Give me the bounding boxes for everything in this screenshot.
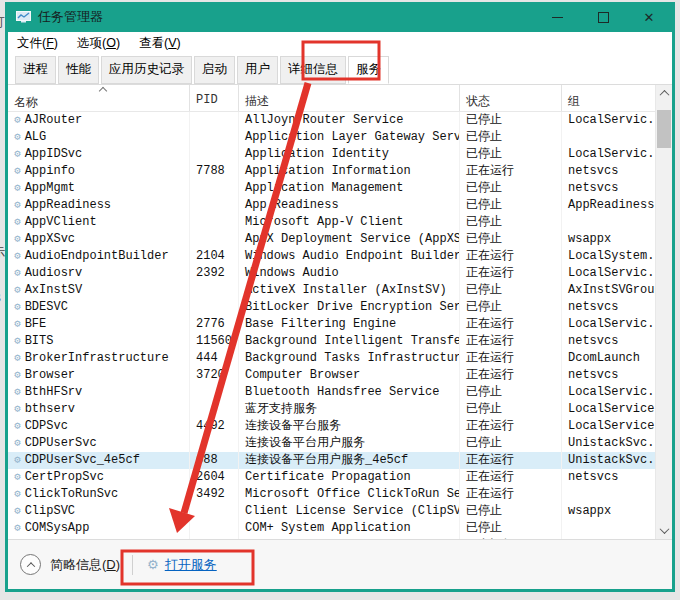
scrollbar-track[interactable]	[656, 102, 672, 522]
tab-进程[interactable]: 进程	[15, 56, 56, 84]
service-row[interactable]: ⚙AppXSvcAppX Deployment Service (AppXSVC…	[8, 231, 655, 248]
service-group: UnistackSvc...	[562, 452, 655, 469]
maximize-icon	[598, 12, 609, 23]
service-row[interactable]: ⚙Appinfo7788Application Information正在运行n…	[8, 163, 655, 180]
service-status: 正在运行	[460, 486, 562, 503]
service-group: netsvcs	[562, 299, 655, 316]
column-header-description[interactable]: 描述	[239, 85, 460, 111]
service-group: LocalSystem...	[562, 248, 655, 265]
service-row[interactable]: ⚙Audiosrv2392Windows Audio正在运行LocalServi…	[8, 265, 655, 282]
service-description: Application Identity	[239, 146, 460, 163]
service-row[interactable]: ⚙AppReadinessApp Readiness已停止AppReadines…	[8, 197, 655, 214]
service-row[interactable]: ⚙CDPUserSvc连接设备平台用户服务已停止UnistackSvc...	[8, 435, 655, 452]
gear-icon: ⚙	[14, 336, 21, 347]
service-row[interactable]: ⚙BDESVCBitLocker Drive Encryption Ser...…	[8, 299, 655, 316]
service-pid	[190, 129, 239, 146]
gear-icon: ⚙	[14, 132, 21, 143]
service-group: wsappx	[562, 503, 655, 520]
service-row[interactable]: ⚙BthHFSrvBluetooth Handsfree Service已停止L…	[8, 384, 655, 401]
gear-icon: ⚙	[14, 217, 21, 228]
scroll-up-button[interactable]	[656, 85, 672, 102]
service-status: 已停止	[460, 503, 562, 520]
service-name: CDPUserSvc_4e5cf	[25, 452, 140, 469]
service-group: wsappx	[562, 231, 655, 248]
tab-应用历史记录[interactable]: 应用历史记录	[101, 56, 192, 84]
service-row[interactable]: ⚙BFE2776Base Filtering Engine正在运行LocalSe…	[8, 316, 655, 333]
column-header-status[interactable]: 状态	[460, 85, 562, 111]
service-row[interactable]: ⚙ClipSVCClient License Service (ClipSVC)…	[8, 503, 655, 520]
scrollbar-thumb[interactable]	[657, 110, 671, 148]
service-row[interactable]: ⚙bthserv蓝牙支持服务已停止LocalService	[8, 401, 655, 418]
tab-启动[interactable]: 启动	[194, 56, 235, 84]
service-status: 正在运行	[460, 265, 562, 282]
vertical-scrollbar[interactable]	[655, 85, 672, 539]
service-group	[562, 520, 655, 537]
service-row[interactable]: ⚙CDPUserSvc_4e5cf688连接设备平台用户服务_4e5cf正在运行…	[8, 452, 655, 469]
service-row[interactable]: ⚙COMSysAppCOM+ System Application已停止	[8, 520, 655, 537]
services-table: 名称 PID 描述 状态 组 ⚙AJRouterAllJoyn Router S…	[8, 84, 672, 539]
fewer-details-button[interactable]	[20, 554, 41, 575]
service-description: AppX Deployment Service (AppXSVC)	[239, 231, 460, 248]
service-row[interactable]: ⚙Browser3720Computer Browser正在运行netsvcs	[8, 367, 655, 384]
menu-item[interactable]: 选项(O)	[77, 35, 120, 52]
service-group: DcomLaunch	[562, 350, 655, 367]
service-row[interactable]: ⚙CertPropSvc2604Certificate Propagation正…	[8, 469, 655, 486]
tab-详细信息[interactable]: 详细信息	[280, 56, 346, 84]
service-group: AppReadiness	[562, 197, 655, 214]
column-header-pid[interactable]: PID	[190, 85, 239, 111]
service-name: AudioEndpointBuilder	[25, 248, 169, 265]
service-row[interactable]: ⚙BrokerInfrastructure444Background Tasks…	[8, 350, 655, 367]
service-row[interactable]: ⚙AJRouterAllJoyn Router Service已停止LocalS…	[8, 112, 655, 129]
tab-服务[interactable]: 服务	[348, 56, 389, 84]
service-status: 正在运行	[460, 418, 562, 435]
service-status: 已停止	[460, 401, 562, 418]
service-row[interactable]: ⚙ClickToRunSvc3492Microsoft Office Click…	[8, 486, 655, 503]
service-row[interactable]: ⚙AppMgmtApplication Management已停止netsvcs	[8, 180, 655, 197]
menu-item[interactable]: 查看(V)	[139, 35, 181, 52]
service-name: CertPropSvc	[25, 469, 104, 486]
gear-icon: ⚙	[14, 319, 21, 330]
service-status: 已停止	[460, 180, 562, 197]
service-group: netsvcs	[562, 469, 655, 486]
service-row[interactable]: ⚙AudioEndpointBuilder2104Windows Audio E…	[8, 248, 655, 265]
service-description: Certificate Propagation	[239, 469, 460, 486]
chevron-up-icon	[26, 562, 34, 570]
service-status: 正在运行	[460, 163, 562, 180]
minimize-button[interactable]	[534, 2, 580, 32]
service-row[interactable]: ⚙AppVClientMicrosoft App-V Client已停止	[8, 214, 655, 231]
window-title: 任务管理器	[38, 8, 103, 26]
tab-性能[interactable]: 性能	[58, 56, 99, 84]
open-services-link[interactable]: ⚙ 打开服务	[147, 556, 217, 574]
service-name: BthHFSrv	[25, 384, 83, 401]
service-group: LocalServic...	[562, 112, 655, 129]
service-name: BITS	[25, 333, 54, 350]
service-row[interactable]: ⚙AppIDSvcApplication Identity已停止LocalSer…	[8, 146, 655, 163]
close-button[interactable]: ✕	[626, 2, 672, 32]
maximize-button[interactable]	[580, 2, 626, 32]
service-group: LocalServic...	[562, 384, 655, 401]
service-row[interactable]: ⚙ALGApplication Layer Gateway Service已停止	[8, 129, 655, 146]
window-controls: ✕	[534, 2, 672, 32]
scroll-down-button[interactable]	[656, 522, 672, 539]
menu-item[interactable]: 文件(F)	[17, 35, 58, 52]
tab-用户[interactable]: 用户	[237, 56, 278, 84]
service-description: 连接设备平台服务	[239, 418, 460, 435]
gear-icon: ⚙	[14, 234, 21, 245]
service-name: AppVClient	[25, 214, 97, 231]
service-group: UnistackSvc...	[562, 435, 655, 452]
column-header-group[interactable]: 组	[562, 85, 655, 111]
service-row[interactable]: ⚙AxInstSVActiveX Installer (AxInstSV)已停止…	[8, 282, 655, 299]
service-pid	[190, 401, 239, 418]
service-status: 正在运行	[460, 248, 562, 265]
service-group	[562, 129, 655, 146]
service-pid	[190, 231, 239, 248]
service-group: LocalService	[562, 401, 655, 418]
service-row[interactable]: ⚙BITS11560Background Intelligent Transfe…	[8, 333, 655, 350]
service-row[interactable]: ⚙CDPSvc4492连接设备平台服务正在运行LocalService	[8, 418, 655, 435]
service-description: Application Information	[239, 163, 460, 180]
gear-icon: ⚙	[14, 200, 21, 211]
chevron-down-icon	[659, 524, 669, 534]
gear-icon: ⚙	[14, 302, 21, 313]
service-group: netsvcs	[562, 163, 655, 180]
gear-icon: ⚙	[14, 183, 21, 194]
